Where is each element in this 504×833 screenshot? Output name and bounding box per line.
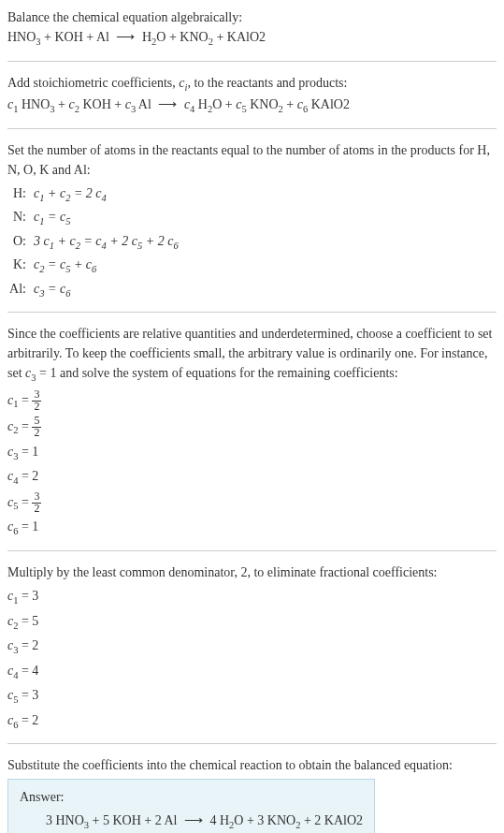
coeff-item: c1 = 3 bbox=[7, 586, 497, 608]
intro-reaction: HNO3 + KOH + Al ⟶ H2O + KNO2 + KAlO2 bbox=[7, 27, 497, 50]
divider bbox=[7, 61, 497, 62]
coeff-item: c5 = 32 bbox=[7, 491, 497, 515]
intro-section: Balance the chemical equation algebraica… bbox=[7, 7, 497, 50]
divider bbox=[7, 312, 497, 313]
coeff-item: c4 = 4 bbox=[7, 661, 497, 683]
t4b: O + bbox=[212, 97, 236, 111]
ans-p4: O + 3 KNO bbox=[234, 813, 295, 827]
equation-value: c1 = c5 bbox=[34, 207, 497, 229]
coeff-item: c4 = 2 bbox=[7, 466, 497, 489]
divider bbox=[7, 128, 497, 129]
equation-label: H: bbox=[7, 183, 34, 203]
answer-box: Answer: 3 HNO3 + 5 KOH + 2 Al ⟶ 4 H2O + … bbox=[7, 779, 375, 833]
coeff-item: c6 = 2 bbox=[7, 710, 497, 733]
atoms-equations: H:c1 + c2 = 2 c4N:c1 = c5O:3 c1 + c2 = c… bbox=[7, 183, 497, 301]
stoich-intro: Add stoichiometric coefficients, ci, to … bbox=[7, 73, 497, 95]
equation-value: c2 = c5 + c6 bbox=[34, 255, 497, 277]
stoich-text-a: Add stoichiometric coefficients, bbox=[7, 76, 179, 90]
t5: KNO bbox=[247, 97, 279, 111]
equation-row: Al:c3 = c6 bbox=[7, 279, 497, 301]
relative-coeffs: c1 = 32c2 = 52c3 = 1c4 = 2c5 = 32c6 = 1 bbox=[7, 389, 497, 539]
ans-p2: + 5 KOH + 2 Al bbox=[89, 813, 180, 827]
answer-label: Answer: bbox=[20, 787, 363, 807]
reactant-hno3: HNO bbox=[7, 30, 36, 44]
product-kno2-a: O + KNO bbox=[156, 30, 208, 44]
equation-label: Al: bbox=[7, 279, 34, 299]
divider bbox=[7, 550, 497, 551]
substitute-section: Substitute the coefficients into the che… bbox=[7, 755, 497, 833]
t1: HNO bbox=[18, 97, 50, 111]
equation-label: K: bbox=[7, 255, 34, 274]
relative-section: Since the coefficients are relative quan… bbox=[7, 324, 497, 539]
equation-value: 3 c1 + c2 = c4 + 2 c5 + 2 c6 bbox=[34, 231, 497, 254]
stoich-section: Add stoichiometric coefficients, ci, to … bbox=[7, 73, 497, 117]
arrow2-icon: ⟶ bbox=[158, 97, 177, 111]
plus5: + bbox=[283, 97, 297, 111]
multiply-coeffs: c1 = 3c2 = 5c3 = 2c4 = 4c5 = 3c6 = 2 bbox=[7, 586, 497, 732]
equation-value: c3 = c6 bbox=[34, 279, 497, 301]
arrow-icon: ⟶ bbox=[116, 30, 135, 44]
coeff-item: c3 = 2 bbox=[7, 636, 497, 658]
coeff-item: c1 = 32 bbox=[7, 389, 497, 413]
multiply-text: Multiply by the least common denominator… bbox=[7, 563, 497, 582]
equation-value: c1 + c2 = 2 c4 bbox=[34, 183, 497, 206]
equation-row: O:3 c1 + c2 = c4 + 2 c5 + 2 c6 bbox=[7, 231, 497, 254]
equation-row: N:c1 = c5 bbox=[7, 207, 497, 229]
equation-row: K:c2 = c5 + c6 bbox=[7, 255, 497, 277]
atoms-intro: Set the number of atoms in the reactants… bbox=[7, 140, 497, 180]
coeff-item: c3 = 1 bbox=[7, 442, 497, 464]
equation-label: O: bbox=[7, 231, 34, 251]
substitute-text: Substitute the coefficients into the che… bbox=[7, 755, 497, 775]
product-kalo2: + KAlO2 bbox=[213, 30, 266, 44]
coeff-item: c5 = 3 bbox=[7, 685, 497, 708]
coeff-item: c2 = 5 bbox=[7, 611, 497, 634]
coeff-item: c2 = 52 bbox=[7, 416, 497, 439]
equation-label: N: bbox=[7, 207, 34, 227]
ans-p3: 4 H bbox=[207, 813, 229, 827]
multiply-section: Multiply by the least common denominator… bbox=[7, 563, 497, 732]
intro-line1: Balance the chemical equation algebraica… bbox=[7, 7, 497, 27]
atoms-section: Set the number of atoms in the reactants… bbox=[7, 140, 497, 301]
t6: KAlO2 bbox=[308, 97, 350, 111]
ans-p5: + 2 KAlO2 bbox=[300, 813, 363, 827]
relative-text: Since the coefficients are relative quan… bbox=[7, 324, 497, 386]
stoich-reaction: c1 HNO3 + c2 KOH + c3 Al ⟶ c4 H2O + c5 K… bbox=[7, 95, 497, 117]
plus1: + bbox=[55, 97, 69, 111]
divider bbox=[7, 743, 497, 744]
ans-p1: 3 HNO bbox=[46, 813, 84, 827]
t3: Al bbox=[136, 97, 154, 111]
equation-row: H:c1 + c2 = 2 c4 bbox=[7, 183, 497, 206]
product-h2o-a: H bbox=[138, 30, 151, 44]
reactants-rest: + KOH + Al bbox=[41, 30, 113, 44]
t2: KOH + bbox=[79, 97, 125, 111]
t4: H bbox=[194, 97, 208, 111]
arrow3-icon: ⟶ bbox=[184, 813, 203, 827]
answer-equation: 3 HNO3 + 5 KOH + 2 Al ⟶ 4 H2O + 3 KNO2 +… bbox=[20, 811, 363, 833]
coeff-item: c6 = 1 bbox=[7, 517, 497, 539]
stoich-text-b: , to the reactants and products: bbox=[187, 76, 347, 90]
